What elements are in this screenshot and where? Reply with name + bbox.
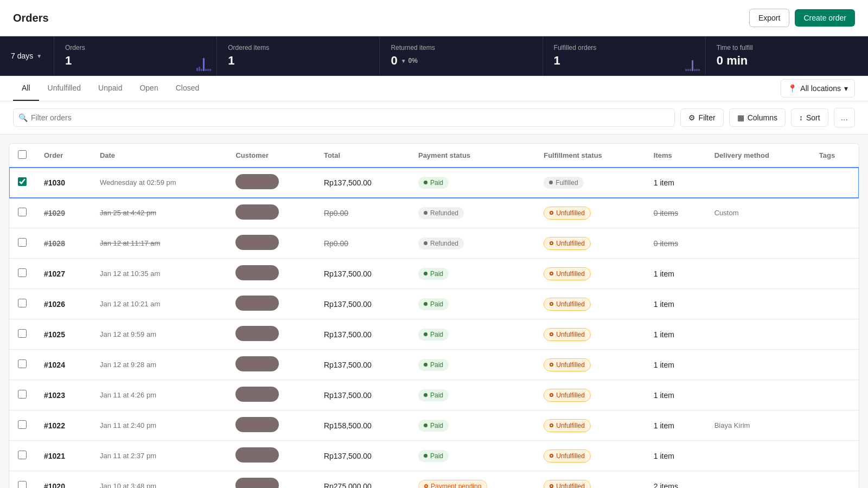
tab-all[interactable]: All: [13, 76, 39, 101]
sort-button[interactable]: ↕ Sort: [791, 108, 828, 127]
fulfillment-badge: Unfulfilled: [544, 267, 591, 280]
order-tags: [810, 228, 859, 259]
order-link[interactable]: #1027: [44, 269, 65, 278]
order-total: Rp137,500.00: [315, 259, 410, 289]
fulfillment-badge: Unfulfilled: [544, 419, 591, 432]
stat-orders-label: Orders: [65, 44, 206, 52]
order-total: Rp275,000.00: [315, 471, 410, 489]
order-total: Rp0.00: [315, 228, 410, 259]
order-link[interactable]: #1025: [44, 330, 65, 339]
order-fulfillment-status: Unfulfilled: [535, 471, 645, 489]
order-total: Rp0.00: [315, 198, 410, 228]
table-row: #1023Jan 11 at 4:26 pmRp137,500.00PaidUn…: [9, 380, 859, 410]
customer-placeholder: [235, 417, 279, 432]
col-date[interactable]: Date: [91, 144, 227, 168]
row-checkbox[interactable]: [18, 359, 27, 368]
order-link[interactable]: #1023: [44, 391, 65, 400]
order-delivery: [706, 471, 810, 489]
col-tags[interactable]: Tags: [810, 144, 859, 168]
tab-unpaid[interactable]: Unpaid: [90, 76, 131, 101]
order-items: 0 items: [645, 228, 706, 259]
row-checkbox[interactable]: [18, 451, 27, 459]
create-order-button[interactable]: Create order: [795, 9, 855, 27]
tab-closed[interactable]: Closed: [167, 76, 208, 101]
order-tags: [810, 319, 859, 350]
order-link[interactable]: #1024: [44, 361, 65, 369]
col-customer[interactable]: Customer: [227, 144, 315, 168]
row-checkbox[interactable]: [18, 420, 27, 429]
order-customer: [227, 319, 315, 350]
stat-ordered-label: Ordered items: [228, 44, 368, 52]
table-row: #1026Jan 12 at 10:21 amRp137,500.00PaidU…: [9, 289, 859, 319]
period-selector[interactable]: 7 days ▼: [0, 36, 54, 75]
row-checkbox[interactable]: [18, 208, 27, 216]
order-fulfillment-status: Unfulfilled: [535, 350, 645, 380]
col-payment-status[interactable]: Payment status: [410, 144, 535, 168]
order-total: Rp158,500.00: [315, 410, 410, 441]
order-link[interactable]: #1028: [44, 239, 65, 248]
location-filter[interactable]: 📍 All locations ▾: [781, 79, 855, 98]
export-button[interactable]: Export: [749, 9, 789, 27]
order-link[interactable]: #1022: [44, 421, 65, 430]
more-button[interactable]: ...: [834, 108, 855, 127]
row-checkbox[interactable]: [18, 177, 27, 186]
payment-badge: Paid: [418, 420, 449, 432]
fulfillment-status-dot: [549, 181, 553, 184]
payment-badge: Paid: [418, 450, 449, 462]
table-row: #1024Jan 12 at 9:28 amRp137,500.00PaidUn…: [9, 350, 859, 380]
payment-status-dot: [424, 211, 427, 215]
order-delivery: [706, 228, 810, 259]
order-link[interactable]: #1030: [44, 178, 65, 187]
order-fulfillment-status: Unfulfilled: [535, 289, 645, 319]
columns-button[interactable]: ▦ Columns: [729, 108, 786, 127]
col-order[interactable]: Order: [35, 144, 91, 168]
payment-status-dot: [424, 302, 427, 306]
filter-button[interactable]: ⚙ Filter: [680, 108, 724, 127]
order-delivery: Biaya Kirim: [706, 410, 810, 441]
customer-placeholder: [235, 265, 279, 280]
payment-badge: Paid: [418, 268, 449, 280]
order-link[interactable]: #1021: [44, 452, 65, 460]
order-fulfillment-status: Unfulfilled: [535, 410, 645, 441]
fulfillment-status-dot: [550, 241, 553, 245]
row-checkbox[interactable]: [18, 390, 27, 399]
order-delivery: [706, 259, 810, 289]
stat-orders-chart: [196, 56, 211, 71]
order-link[interactable]: #1026: [44, 300, 65, 309]
search-input[interactable]: [13, 108, 675, 127]
col-checkbox: [9, 144, 35, 168]
tab-unfulfilled[interactable]: Unfulfilled: [39, 76, 90, 101]
stat-ordered-value: 1: [228, 54, 368, 68]
tab-open[interactable]: Open: [131, 76, 167, 101]
table-header-row: Order Date Customer Total Payment status…: [9, 144, 859, 168]
payment-badge: Paid: [418, 389, 449, 401]
order-link[interactable]: #1020: [44, 482, 65, 489]
table-row: #1029Jan 25 at 4:42 pmRp0.00RefundedUnfu…: [9, 198, 859, 228]
col-delivery[interactable]: Delivery method: [706, 144, 810, 168]
columns-icon: ▦: [737, 113, 744, 122]
filter-icon: ⚙: [688, 113, 695, 122]
fulfillment-status-dot: [550, 272, 553, 275]
row-checkbox[interactable]: [18, 481, 27, 488]
order-date: Wednesday at 02:59 pm: [91, 168, 227, 198]
order-link[interactable]: #1029: [44, 209, 65, 217]
payment-status-dot: [424, 423, 427, 427]
select-all-checkbox[interactable]: [18, 150, 27, 159]
col-total[interactable]: Total: [315, 144, 410, 168]
payment-status-dot: [424, 272, 427, 275]
order-customer: [227, 471, 315, 489]
row-checkbox[interactable]: [18, 238, 27, 247]
order-payment-status: Paid: [410, 168, 535, 198]
fulfillment-status-dot: [550, 363, 553, 367]
row-checkbox[interactable]: [18, 299, 27, 307]
order-fulfillment-status: Unfulfilled: [535, 198, 645, 228]
col-items[interactable]: Items: [645, 144, 706, 168]
col-fulfillment-status[interactable]: Fulfillment status: [535, 144, 645, 168]
order-customer: [227, 410, 315, 441]
row-checkbox[interactable]: [18, 268, 27, 277]
table-row: #1020Jan 10 at 3:48 pmRp275,000.00Paymen…: [9, 471, 859, 489]
stat-returned-value: 0 ▼ 0%: [391, 54, 531, 68]
order-payment-status: Paid: [410, 289, 535, 319]
row-checkbox[interactable]: [18, 329, 27, 338]
order-tags: [810, 168, 859, 198]
